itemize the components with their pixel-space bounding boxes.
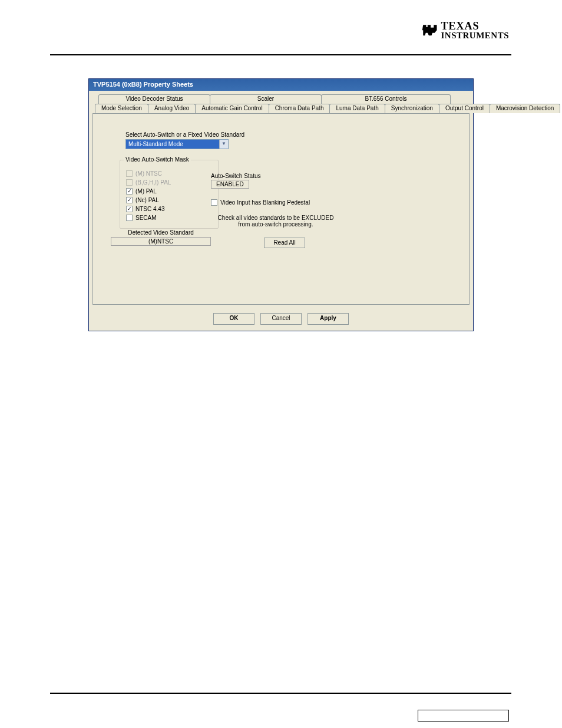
read-all-button[interactable]: Read All <box>264 238 305 248</box>
autoswitch-status-value: ENABLED <box>211 180 249 189</box>
footer-rule <box>50 693 511 694</box>
tab-automatic-gain-control[interactable]: Automatic Gain Control <box>195 104 269 113</box>
dialog-button-bar: OK Cancel Apply <box>89 308 473 331</box>
mask-label-mpal: (M) PAL <box>135 188 157 195</box>
dialog-title: TVP5154 (0xB8) Property Sheets <box>93 81 193 88</box>
tab-bt656-controls[interactable]: BT.656 Controls <box>321 94 451 104</box>
standard-select-value: Multi-Standard Mode <box>126 140 219 149</box>
mask-label-mntsc: (M) NTSC <box>135 170 162 177</box>
mask-checkbox-mpal[interactable] <box>126 188 133 195</box>
mask-checkbox-bghipal <box>126 179 133 186</box>
mask-checkbox-ntsc443[interactable] <box>126 206 133 212</box>
pedestal-checkbox[interactable] <box>211 199 217 206</box>
mask-row-bghipal: (B,G,H,I) PAL <box>126 178 212 186</box>
mask-checkbox-mntsc <box>126 170 133 177</box>
pedestal-label: Video Input has Blanking Pedestal <box>220 199 310 206</box>
mask-group-legend: Video Auto-Switch Mask <box>124 156 191 163</box>
standard-select-label: Select Auto-Switch or a Fixed Video Stan… <box>125 131 457 138</box>
tab-chroma-data-path[interactable]: Chroma Data Path <box>269 104 330 113</box>
mask-note-line2: from auto-switch processing. <box>238 221 313 228</box>
mask-checkbox-secam[interactable] <box>126 215 133 221</box>
logo-text-line2: INSTRUMENTS <box>441 31 509 40</box>
mask-label-bghipal: (B,G,H,I) PAL <box>135 179 171 186</box>
tab-synchronization[interactable]: Synchronization <box>385 104 439 113</box>
tab-luma-data-path[interactable]: Luma Data Path <box>329 104 385 113</box>
tab-mode-selection[interactable]: Mode Selection <box>95 104 148 113</box>
tab-scaler[interactable]: Scaler <box>210 94 322 104</box>
detected-standard-label: Detected Video Standard <box>111 229 211 236</box>
standard-select-combo[interactable]: Multi-Standard Mode ▼ <box>125 139 229 149</box>
header-rule <box>50 54 511 55</box>
mask-row-ncpal[interactable]: (Nc) PAL <box>126 196 212 204</box>
chevron-down-icon[interactable]: ▼ <box>219 140 228 149</box>
mask-row-secam[interactable]: SECAM <box>126 213 212 222</box>
detected-standard-value: (M)NTSC <box>111 237 211 246</box>
tab-output-control[interactable]: Output Control <box>439 104 490 113</box>
mask-note-line1: Check all video standards to be EXCLUDED <box>218 215 334 221</box>
apply-button[interactable]: Apply <box>308 313 349 325</box>
ti-logo-mark-icon <box>422 23 439 38</box>
ok-button[interactable]: OK <box>213 313 254 325</box>
mask-label-ntsc443: NTSC 4.43 <box>135 206 164 212</box>
footer-box <box>418 710 509 722</box>
pedestal-row[interactable]: Video Input has Blanking Pedestal <box>211 198 340 206</box>
tab-macrovision-detection[interactable]: Macrovision Detection <box>490 104 560 113</box>
logo-text-line1: TEXAS <box>441 20 479 32</box>
mask-checkbox-ncpal[interactable] <box>126 197 133 203</box>
ti-logo: TEXAS INSTRUMENTS <box>422 21 509 40</box>
video-auto-switch-mask-group: Video Auto-Switch Mask (M) NTSC (B,G,H,I… <box>120 160 219 229</box>
tab-video-decoder-status[interactable]: Video Decoder Status <box>98 94 210 104</box>
mask-row-mpal[interactable]: (M) PAL <box>126 187 212 195</box>
mask-note: Check all video standards to be EXCLUDED… <box>211 215 340 228</box>
mask-label-secam: SECAM <box>135 215 157 221</box>
property-sheets-dialog: TVP5154 (0xB8) Property Sheets Video Dec… <box>88 78 474 331</box>
autoswitch-info: Auto-Switch Status ENABLED Video Input h… <box>211 173 340 228</box>
cancel-button[interactable]: Cancel <box>260 313 302 325</box>
dialog-titlebar: TVP5154 (0xB8) Property Sheets <box>89 79 473 91</box>
mask-row-ntsc443[interactable]: NTSC 4.43 <box>126 205 212 213</box>
mask-label-ncpal: (Nc) PAL <box>135 197 159 203</box>
autoswitch-status-label: Auto-Switch Status <box>211 173 340 179</box>
tab-strip: Video Decoder Status Scaler BT.656 Contr… <box>92 94 470 113</box>
tab-analog-video[interactable]: Analog Video <box>148 104 196 113</box>
mask-row-mntsc: (M) NTSC <box>126 169 212 177</box>
mode-selection-panel: Select Auto-Switch or a Fixed Video Stan… <box>92 113 470 305</box>
detected-standard: Detected Video Standard (M)NTSC <box>111 229 211 246</box>
